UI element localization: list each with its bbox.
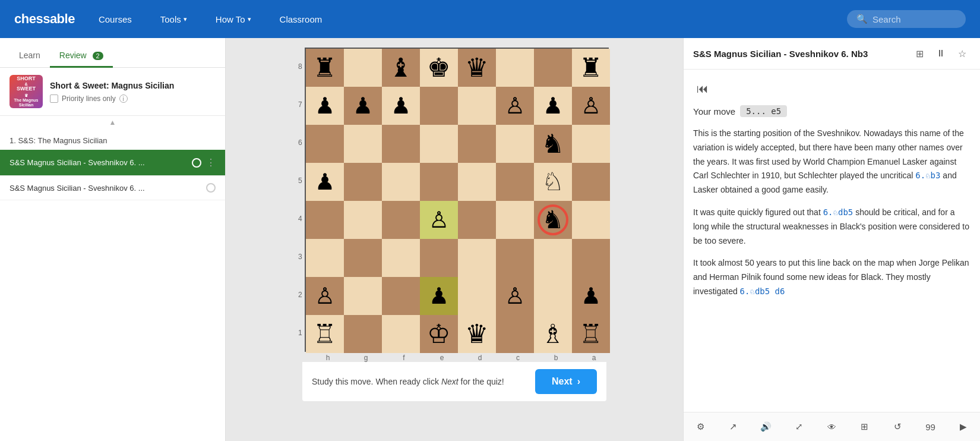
square-g2[interactable] [534,277,572,315]
square-d2[interactable]: ♟ [420,277,458,315]
square-f5[interactable] [496,163,534,201]
square-g8[interactable] [534,49,572,87]
square-c7[interactable]: ♟ [382,87,420,125]
nav-classroom[interactable]: Classroom [275,12,327,27]
settings-icon[interactable]: ⚙ [691,417,710,436]
study-text: Study this move. When ready click Next f… [312,377,526,386]
square-h6[interactable] [572,125,610,163]
square-c5[interactable] [382,163,420,201]
square-b2[interactable] [344,277,382,315]
tab-learn[interactable]: Learn [10,45,50,68]
square-f6[interactable] [496,125,534,163]
refresh-icon[interactable]: ↺ [888,417,907,436]
chess-board[interactable]: ♜ ♝ ♚ ♛ ♜ ♟ ♟ ♟ ♙ ♟ ♙ [305,48,609,352]
right-toolbar: ⚙ ↗ 🔊 ⤢ 👁 ⊞ ↺ 99 ▶ [684,412,980,441]
square-b4[interactable] [344,201,382,239]
square-g4[interactable]: ♞ [534,201,572,239]
play-icon[interactable]: ▶ [954,417,973,436]
comment-icon[interactable]: 99 [921,417,940,436]
square-d1[interactable]: ♔ [420,315,458,353]
square-h1[interactable]: ♖ [572,315,610,353]
rewind-button[interactable]: ⏮ [693,79,712,98]
square-d3[interactable] [420,239,458,277]
move-link-nb3[interactable]: 6.♘b3 [915,171,940,180]
square-e8[interactable]: ♛ [458,49,496,87]
square-h2[interactable]: ♟ [572,277,610,315]
nav-howto[interactable]: How To ▾ [211,12,256,27]
square-e3[interactable] [458,239,496,277]
square-h7[interactable]: ♙ [572,87,610,125]
nav-courses[interactable]: Courses [94,12,137,27]
square-f7[interactable]: ♙ [496,87,534,125]
pause-icon[interactable]: ⏸ [932,45,949,62]
move-link-db5-d6[interactable]: 6.♘db5 d6 [740,286,785,296]
square-c3[interactable] [382,239,420,277]
course-title: Short & Sweet: Magnus Sicilian [50,80,174,91]
square-f2[interactable]: ♙ [496,277,534,315]
board-icon[interactable]: ⊞ [855,417,874,436]
move-link-db5-1[interactable]: 6.♘db5 [823,207,853,217]
square-c6[interactable] [382,125,420,163]
square-a3[interactable] [306,239,344,277]
square-b1[interactable] [344,315,382,353]
square-d7[interactable] [420,87,458,125]
square-h3[interactable] [572,239,610,277]
course-info: SHORT & SWEET ♛ The Magnus Sicilian Shor… [0,68,225,116]
rank-labels: 8 7 6 5 4 3 2 1 [296,48,305,352]
volume-icon[interactable]: 🔊 [757,417,776,436]
square-g6[interactable]: ♞ [534,125,572,163]
square-h8[interactable]: ♜ [572,49,610,87]
square-b6[interactable] [344,125,382,163]
square-e2[interactable] [458,277,496,315]
square-a5[interactable]: ♟ [306,163,344,201]
search-box[interactable]: 🔍 Search [847,10,966,28]
square-a4[interactable] [306,201,344,239]
square-f8[interactable] [496,49,534,87]
square-c8[interactable]: ♝ [382,49,420,87]
info-icon[interactable]: i [119,94,128,103]
square-e6[interactable] [458,125,496,163]
square-d5[interactable] [420,163,458,201]
nav-tools[interactable]: Tools ▾ [156,12,192,27]
square-f1[interactable] [496,315,534,353]
square-a1[interactable]: ♖ [306,315,344,353]
tab-review[interactable]: Review 2 [50,45,113,68]
next-button[interactable]: Next › [535,369,597,394]
square-c1[interactable] [382,315,420,353]
square-f4[interactable] [496,201,534,239]
square-g7[interactable]: ♟ [534,87,572,125]
star-icon[interactable]: ☆ [954,45,970,62]
square-a2[interactable]: ♙ [306,277,344,315]
square-d6[interactable] [420,125,458,163]
priority-checkbox[interactable] [50,94,58,103]
square-d4[interactable]: ♙ [420,201,458,239]
square-e5[interactable] [458,163,496,201]
square-b8[interactable] [344,49,382,87]
square-b7[interactable]: ♟ [344,87,382,125]
square-a7[interactable]: ♟ [306,87,344,125]
export-icon[interactable]: ↗ [723,417,742,436]
eye-icon[interactable]: 👁 [823,417,842,436]
square-h4[interactable] [572,201,610,239]
square-e1[interactable]: ♛ [458,315,496,353]
square-h5[interactable] [572,163,610,201]
square-d8[interactable]: ♚ [420,49,458,87]
square-g3[interactable] [534,239,572,277]
square-b5[interactable] [344,163,382,201]
square-e4[interactable] [458,201,496,239]
square-a8[interactable]: ♜ [306,49,344,87]
lesson-item[interactable]: S&S Magnus Sicilian - Sveshnikov 6. ... [0,176,225,200]
square-f3[interactable] [496,239,534,277]
square-c2[interactable] [382,277,420,315]
square-a6[interactable] [306,125,344,163]
square-c4[interactable] [382,201,420,239]
expand-icon[interactable]: ⤢ [789,417,808,436]
square-e7[interactable] [458,87,496,125]
logo[interactable]: chessable [14,11,75,27]
lesson-item[interactable]: S&S Magnus Sicilian - Sveshnikov 6. ... … [0,150,225,176]
grid-view-icon[interactable]: ⊞ [911,45,928,62]
lesson-more-icon[interactable]: ⋮ [206,157,216,168]
square-b3[interactable] [344,239,382,277]
square-g5[interactable]: ♘ [534,163,572,201]
square-g1[interactable]: ♗ [534,315,572,353]
